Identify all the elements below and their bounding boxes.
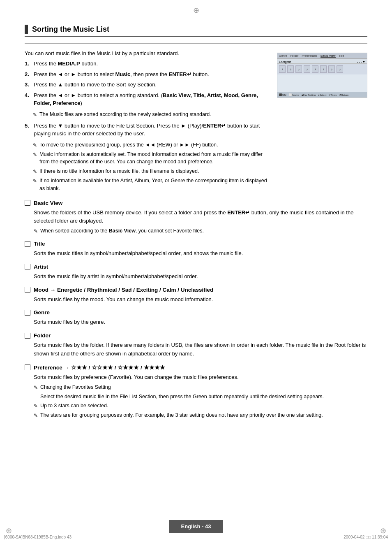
title-desc: Sorts the music titles in symbol/number/… xyxy=(34,249,367,258)
ui-bottom-bar: ⬛SIM ⬜Device ■Fav Setting ●Select ✐Tools… xyxy=(277,92,367,98)
subsection-mood: Mood → Energetic / Rhythmical / Sad / Ex… xyxy=(25,287,367,304)
subsection-artist-title: Artist xyxy=(34,264,48,270)
note-pref-1: ✎ Changing the Favorites Setting xyxy=(34,383,367,391)
subsection-preference-title: Preference → ☆★★ / ☆☆★★ / ☆★★★ / ★★★★ xyxy=(34,364,165,371)
checkbox-folder xyxy=(25,333,30,339)
ui-music-item-3: ♪ xyxy=(295,65,302,73)
note-icon-3: ✎ xyxy=(33,168,37,175)
note-step5-4-text: If no information is available for the A… xyxy=(39,177,269,193)
subsection-artist-header: Artist xyxy=(25,264,367,270)
screenshot-ui: Genre Folder Preferences Basic View Titl… xyxy=(277,53,367,98)
bottom-meta: [6000-SA]BN68-01985B-Eng.indb 43 2009-04… xyxy=(0,535,392,539)
ui-music-item-1: ♪ xyxy=(279,65,286,73)
subsection-title-header: Title xyxy=(25,241,367,247)
ui-music-item-2: ♪ xyxy=(287,65,294,73)
note-step5-4: ✎ If no information is available for the… xyxy=(33,177,269,193)
step-4-content: Press the ◄ or ► button to select a sort… xyxy=(34,91,269,107)
ui-filter-dots: • • • ▼ xyxy=(357,60,365,63)
note-pref-3-text: Up to 3 stars can be selected. xyxy=(40,402,108,410)
subsection-title: Title Sorts the music titles in symbol/n… xyxy=(25,241,367,258)
step-3-content: Press the ▲ button to move to the Sort k… xyxy=(34,81,269,89)
checkbox-preference xyxy=(25,365,30,370)
step-4-num: 4. xyxy=(25,91,31,107)
section-bar xyxy=(25,25,28,34)
preference-desc: Sorts music files by preference (Favorit… xyxy=(34,373,367,382)
ui-tab-pref: Preferences xyxy=(302,54,317,57)
subsection-genre: Genre Sorts music files by the genre. xyxy=(25,309,367,327)
step-3-num: 3. xyxy=(25,81,31,89)
note-icon-basic-view: ✎ xyxy=(34,228,38,235)
note-pref-2-text: Select the desired music file in the Fil… xyxy=(40,393,324,401)
ui-tab-genre: Genre xyxy=(279,54,287,57)
ui-tab-folder: Folder xyxy=(290,54,298,57)
checkbox-artist xyxy=(25,264,30,269)
note-step5-1: ✎ To move to the previous/next group, pr… xyxy=(33,141,269,149)
note-pref-2: Select the desired music file in the Fil… xyxy=(40,393,367,401)
page-container: ⊕ Sorting the Music List You can sort mu… xyxy=(0,0,392,541)
note-basic-view-text: When sorted according to the Basic View,… xyxy=(40,227,204,235)
ui-music-grid: ♪ ♪ ♪ ♪ ♪ ♪ ♪ ♪ xyxy=(277,64,367,74)
note-icon-4: ✎ xyxy=(33,177,37,193)
top-crosshair-icon: ⊕ xyxy=(193,6,199,15)
note-step5-1-text: To move to the previous/next group, pres… xyxy=(39,141,218,149)
checkbox-genre xyxy=(25,310,30,316)
subsection-preference-body: Sorts music files by preference (Favorit… xyxy=(34,373,367,420)
intro-text: You can sort music files in the Music Li… xyxy=(25,50,269,56)
ui-music-item-4: ♪ xyxy=(304,65,310,73)
subsection-folder: Folder Sorts music files by the folder. … xyxy=(25,332,367,358)
note-icon-pref-1: ✎ xyxy=(34,384,38,391)
subsection-preference-header: Preference → ☆★★ / ☆☆★★ / ☆★★★ / ★★★★ xyxy=(25,364,367,371)
note-icon-pref-3: ✎ xyxy=(34,402,38,410)
artist-desc: Sorts the music file by artist in symbol… xyxy=(34,272,367,281)
ui-fav: ■Fav Setting xyxy=(302,94,316,96)
note-step4-text: The Music files are sorted according to … xyxy=(39,111,211,118)
ui-device: ⬜Device xyxy=(289,93,299,96)
ui-energetic-label: Energetic xyxy=(279,60,291,63)
step-3: 3. Press the ▲ button to move to the Sor… xyxy=(25,81,269,89)
ui-search-bar: Energetic • • • ▼ xyxy=(277,59,367,64)
checkbox-title xyxy=(25,241,30,247)
subsection-title-body: Sorts the music titles in symbol/number/… xyxy=(34,249,367,258)
subsection-basic-view-body: Shows the folders of the USB memory devi… xyxy=(34,209,367,235)
mood-desc: Sorts music files by the mood. You can c… xyxy=(34,295,367,304)
ui-tab-title: Title xyxy=(339,54,344,57)
ui-music-item-5: ♪ xyxy=(312,65,318,73)
checkbox-basic-view xyxy=(25,200,30,206)
footer-label: English - 43 xyxy=(169,520,224,533)
step-1: 1. Press the MEDIA.P button. xyxy=(25,60,269,68)
ui-select: ●Select xyxy=(318,94,326,96)
subsection-genre-body: Sorts music files by the genre. xyxy=(34,318,367,327)
note-pref-4-text: The stars are for grouping purposes only… xyxy=(40,411,323,419)
note-step5-3-text: If there is no title information for a m… xyxy=(39,167,199,175)
subsection-basic-view: Basic View Shows the folders of the USB … xyxy=(25,200,367,235)
section-title: Sorting the Music List xyxy=(32,25,109,34)
ui-sim: ⬛SIM xyxy=(279,93,286,96)
instructions-block: You can sort music files in the Music Li… xyxy=(25,50,269,194)
note-pref-1-text: Changing the Favorites Setting xyxy=(40,383,111,391)
subsection-genre-header: Genre xyxy=(25,309,367,316)
subsection-mood-title: Mood → Energetic / Rhythmical / Sad / Ex… xyxy=(34,287,213,293)
note-step5-2-text: Music information is automatically set. … xyxy=(39,151,269,166)
note-step5-3: ✎ If there is no title information for a… xyxy=(33,167,269,175)
steps-list: 1. Press the MEDIA.P button. 2. Press th… xyxy=(25,60,269,107)
basic-view-desc: Shows the folders of the USB memory devi… xyxy=(34,209,367,226)
step5-list: 5. Press the ▼ button to move to the Fil… xyxy=(25,122,269,138)
step-2-content: Press the ◄ or ► button to select Music,… xyxy=(34,70,269,79)
section-header: Sorting the Music List xyxy=(25,25,367,37)
subsection-basic-view-title: Basic View xyxy=(34,200,62,206)
subsection-folder-body: Sorts music files by the folder. If ther… xyxy=(34,341,367,358)
subsection-mood-header: Mood → Energetic / Rhythmical / Sad / Ex… xyxy=(25,287,367,293)
section-divider xyxy=(25,43,367,44)
ui-tab-basic: Basic View xyxy=(321,54,335,58)
subsection-genre-title: Genre xyxy=(34,309,50,316)
subsection-title-label: Title xyxy=(34,241,45,247)
ui-music-item-6: ♪ xyxy=(320,65,327,73)
step-2: 2. Press the ◄ or ► button to select Mus… xyxy=(25,70,269,79)
page-footer: English - 43 xyxy=(0,520,392,533)
genre-desc: Sorts music files by the genre. xyxy=(34,318,367,327)
step-1-num: 1. xyxy=(25,60,31,68)
ui-return: ↺Return xyxy=(339,93,348,96)
note-step4: ✎ The Music files are sorted according t… xyxy=(33,111,269,118)
note-pref-4: ✎ The stars are for grouping purposes on… xyxy=(34,411,367,419)
ui-music-item-7: ♪ xyxy=(328,65,335,73)
